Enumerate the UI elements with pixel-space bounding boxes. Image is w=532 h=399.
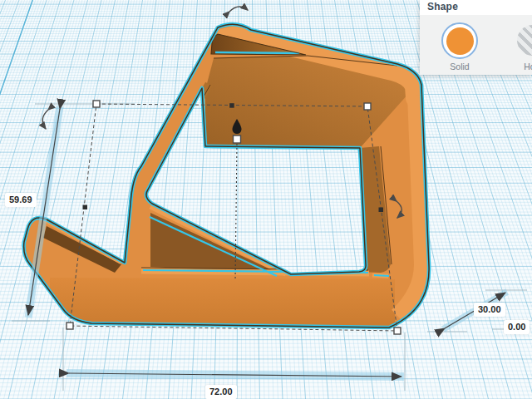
scale-handle-corner-back-right[interactable] — [364, 103, 371, 110]
selected-ring — [441, 22, 478, 59]
rotate-handle-top-icon[interactable] — [229, 7, 248, 12]
solid-option-label: Solid — [441, 62, 478, 71]
3d-editor-viewport[interactable]: 59.69 72.00 30.00 0.00 Shape Solid Hole — [0, 0, 532, 399]
height-scale-handle[interactable] — [234, 135, 241, 143]
scale-handle-mid-top[interactable] — [229, 103, 234, 108]
rotate-handle-right-icon[interactable] — [397, 201, 401, 218]
rotate-handle-left-icon[interactable] — [42, 110, 48, 129]
height-dimension-line — [28, 109, 60, 315]
solid-option[interactable] — [441, 22, 478, 59]
hole-option[interactable] — [517, 25, 532, 56]
panel-title: Shape — [420, 0, 532, 15]
solid-swatch-icon — [446, 27, 474, 55]
width-dimension-label[interactable]: 72.00 — [205, 385, 237, 399]
scale-handle-mid-right[interactable] — [379, 208, 384, 213]
elevation-dimension-label[interactable]: 0.00 — [504, 320, 530, 334]
height-drop-line — [235, 144, 237, 280]
depth-dimension-label[interactable]: 30.00 — [474, 303, 505, 317]
scale-handle-corner-front-right[interactable] — [394, 328, 401, 334]
dimension-bands — [28, 106, 507, 377]
hole-swatch-icon — [517, 25, 532, 56]
raise-lower-cone-handle-icon[interactable] — [233, 119, 242, 134]
shape-inspector-panel: Shape Solid Hole — [420, 0, 532, 75]
scale-handle-mid-left[interactable] — [83, 205, 88, 210]
height-dimension-label[interactable]: 59.69 — [5, 193, 37, 207]
dimension-extension-lines — [12, 104, 527, 391]
scale-handle-corner-back-left[interactable] — [93, 101, 100, 107]
hole-option-label: Hole — [515, 62, 532, 71]
scale-handle-corner-front-left[interactable] — [66, 323, 73, 329]
